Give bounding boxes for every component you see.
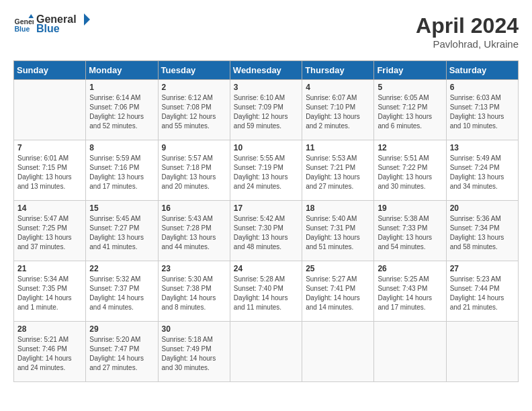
page-header: General Blue General Blue April 2024 Pav… xyxy=(13,13,519,50)
cell-info: Sunrise: 5:40 AM Sunset: 7:31 PM Dayligh… xyxy=(306,214,370,252)
calendar-cell: 29Sunrise: 5:20 AM Sunset: 7:47 PM Dayli… xyxy=(86,322,158,382)
cell-info: Sunrise: 5:47 AM Sunset: 7:25 PM Dayligh… xyxy=(17,214,82,252)
day-number: 6 xyxy=(450,83,515,92)
day-number: 25 xyxy=(306,264,370,273)
calendar-cell: 25Sunrise: 5:27 AM Sunset: 7:41 PM Dayli… xyxy=(302,261,374,322)
day-number: 19 xyxy=(378,203,442,213)
calendar-cell: 24Sunrise: 5:28 AM Sunset: 7:40 PM Dayli… xyxy=(230,261,302,322)
header-saturday: Saturday xyxy=(446,61,518,80)
calendar-cell: 28Sunrise: 5:21 AM Sunset: 7:46 PM Dayli… xyxy=(14,322,86,382)
cell-info: Sunrise: 5:18 AM Sunset: 7:49 PM Dayligh… xyxy=(162,335,226,373)
day-number: 20 xyxy=(450,203,515,213)
location-subtitle: Pavlohrad, Ukraine xyxy=(416,38,519,50)
cell-info: Sunrise: 6:05 AM Sunset: 7:12 PM Dayligh… xyxy=(378,93,442,131)
cell-info: Sunrise: 6:14 AM Sunset: 7:06 PM Dayligh… xyxy=(89,93,154,131)
cell-info: Sunrise: 5:30 AM Sunset: 7:38 PM Dayligh… xyxy=(162,275,226,312)
day-number: 13 xyxy=(450,143,515,152)
header-thursday: Thursday xyxy=(302,61,374,80)
cell-info: Sunrise: 5:28 AM Sunset: 7:40 PM Dayligh… xyxy=(234,275,298,312)
day-number: 10 xyxy=(234,143,298,152)
calendar-cell xyxy=(302,322,374,382)
calendar-cell xyxy=(230,322,302,382)
day-number: 3 xyxy=(234,83,298,92)
day-number: 8 xyxy=(89,143,154,152)
day-number: 5 xyxy=(378,83,442,92)
header-tuesday: Tuesday xyxy=(158,61,230,80)
cell-info: Sunrise: 5:25 AM Sunset: 7:43 PM Dayligh… xyxy=(378,275,442,312)
header-monday: Monday xyxy=(86,61,158,80)
cell-info: Sunrise: 5:42 AM Sunset: 7:30 PM Dayligh… xyxy=(234,214,298,252)
day-number: 4 xyxy=(306,83,370,92)
cell-info: Sunrise: 6:07 AM Sunset: 7:10 PM Dayligh… xyxy=(306,93,370,131)
cell-info: Sunrise: 5:34 AM Sunset: 7:35 PM Dayligh… xyxy=(17,275,82,312)
calendar-week-row: 14Sunrise: 5:47 AM Sunset: 7:25 PM Dayli… xyxy=(14,201,519,261)
calendar-cell: 12Sunrise: 5:51 AM Sunset: 7:22 PM Dayli… xyxy=(374,140,446,201)
cell-info: Sunrise: 5:23 AM Sunset: 7:44 PM Dayligh… xyxy=(450,275,515,312)
logo: General Blue General Blue xyxy=(13,13,90,35)
calendar-cell: 19Sunrise: 5:38 AM Sunset: 7:33 PM Dayli… xyxy=(374,201,446,261)
cell-info: Sunrise: 5:32 AM Sunset: 7:37 PM Dayligh… xyxy=(89,275,154,312)
calendar-cell: 5Sunrise: 6:05 AM Sunset: 7:12 PM Daylig… xyxy=(374,80,446,140)
header-wednesday: Wednesday xyxy=(230,61,302,80)
cell-info: Sunrise: 5:21 AM Sunset: 7:46 PM Dayligh… xyxy=(17,335,82,373)
cell-info: Sunrise: 5:53 AM Sunset: 7:21 PM Dayligh… xyxy=(306,154,370,191)
day-number: 7 xyxy=(17,143,82,152)
svg-text:Blue: Blue xyxy=(15,25,30,33)
cell-info: Sunrise: 5:20 AM Sunset: 7:47 PM Dayligh… xyxy=(89,335,154,373)
calendar-cell: 14Sunrise: 5:47 AM Sunset: 7:25 PM Dayli… xyxy=(14,201,86,261)
calendar-cell: 26Sunrise: 5:25 AM Sunset: 7:43 PM Dayli… xyxy=(374,261,446,322)
cell-info: Sunrise: 5:27 AM Sunset: 7:41 PM Dayligh… xyxy=(306,275,370,312)
cell-info: Sunrise: 5:55 AM Sunset: 7:19 PM Dayligh… xyxy=(234,154,298,191)
calendar-cell: 18Sunrise: 5:40 AM Sunset: 7:31 PM Dayli… xyxy=(302,201,374,261)
cell-info: Sunrise: 5:36 AM Sunset: 7:34 PM Dayligh… xyxy=(450,214,515,252)
cell-info: Sunrise: 5:59 AM Sunset: 7:16 PM Dayligh… xyxy=(89,154,154,191)
day-number: 12 xyxy=(378,143,442,152)
calendar-cell: 15Sunrise: 5:45 AM Sunset: 7:27 PM Dayli… xyxy=(86,201,158,261)
day-number: 15 xyxy=(89,203,154,213)
calendar-cell: 20Sunrise: 5:36 AM Sunset: 7:34 PM Dayli… xyxy=(446,201,518,261)
calendar-cell: 16Sunrise: 5:43 AM Sunset: 7:28 PM Dayli… xyxy=(158,201,230,261)
day-number: 17 xyxy=(234,203,298,213)
day-number: 26 xyxy=(378,264,442,273)
cell-info: Sunrise: 6:01 AM Sunset: 7:15 PM Dayligh… xyxy=(17,154,82,191)
day-number: 14 xyxy=(17,203,82,213)
day-number: 11 xyxy=(306,143,370,152)
calendar-table: SundayMondayTuesdayWednesdayThursdayFrid… xyxy=(13,60,519,382)
logo-arrow-icon xyxy=(78,13,90,26)
calendar-cell xyxy=(446,322,518,382)
cell-info: Sunrise: 5:43 AM Sunset: 7:28 PM Dayligh… xyxy=(162,214,226,252)
calendar-cell: 27Sunrise: 5:23 AM Sunset: 7:44 PM Dayli… xyxy=(446,261,518,322)
calendar-cell: 13Sunrise: 5:49 AM Sunset: 7:24 PM Dayli… xyxy=(446,140,518,201)
calendar-week-row: 21Sunrise: 5:34 AM Sunset: 7:35 PM Dayli… xyxy=(14,261,519,322)
month-title: April 2024 xyxy=(416,13,519,38)
day-number: 27 xyxy=(450,264,515,273)
calendar-cell: 6Sunrise: 6:03 AM Sunset: 7:13 PM Daylig… xyxy=(446,80,518,140)
cell-info: Sunrise: 6:10 AM Sunset: 7:09 PM Dayligh… xyxy=(234,93,298,131)
cell-info: Sunrise: 5:51 AM Sunset: 7:22 PM Dayligh… xyxy=(378,154,442,191)
calendar-cell: 7Sunrise: 6:01 AM Sunset: 7:15 PM Daylig… xyxy=(14,140,86,201)
calendar-cell: 10Sunrise: 5:55 AM Sunset: 7:19 PM Dayli… xyxy=(230,140,302,201)
calendar-cell: 17Sunrise: 5:42 AM Sunset: 7:30 PM Dayli… xyxy=(230,201,302,261)
calendar-cell: 9Sunrise: 5:57 AM Sunset: 7:18 PM Daylig… xyxy=(158,140,230,201)
day-number: 29 xyxy=(89,324,154,334)
cell-info: Sunrise: 5:38 AM Sunset: 7:33 PM Dayligh… xyxy=(378,214,442,252)
day-number: 18 xyxy=(306,203,370,213)
day-number: 24 xyxy=(234,264,298,273)
calendar-cell: 11Sunrise: 5:53 AM Sunset: 7:21 PM Dayli… xyxy=(302,140,374,201)
calendar-cell: 23Sunrise: 5:30 AM Sunset: 7:38 PM Dayli… xyxy=(158,261,230,322)
calendar-cell: 8Sunrise: 5:59 AM Sunset: 7:16 PM Daylig… xyxy=(86,140,158,201)
day-number: 9 xyxy=(162,143,226,152)
calendar-cell xyxy=(374,322,446,382)
day-number: 22 xyxy=(89,264,154,273)
calendar-cell: 30Sunrise: 5:18 AM Sunset: 7:49 PM Dayli… xyxy=(158,322,230,382)
header-sunday: Sunday xyxy=(14,61,86,80)
cell-info: Sunrise: 5:49 AM Sunset: 7:24 PM Dayligh… xyxy=(450,154,515,191)
day-number: 1 xyxy=(89,83,154,92)
title-area: April 2024 Pavlohrad, Ukraine xyxy=(416,13,519,50)
day-number: 28 xyxy=(17,324,82,334)
day-number: 30 xyxy=(162,324,226,334)
calendar-cell: 2Sunrise: 6:12 AM Sunset: 7:08 PM Daylig… xyxy=(158,80,230,140)
logo-icon: General Blue xyxy=(13,14,34,34)
header-friday: Friday xyxy=(374,61,446,80)
calendar-cell xyxy=(14,80,86,140)
